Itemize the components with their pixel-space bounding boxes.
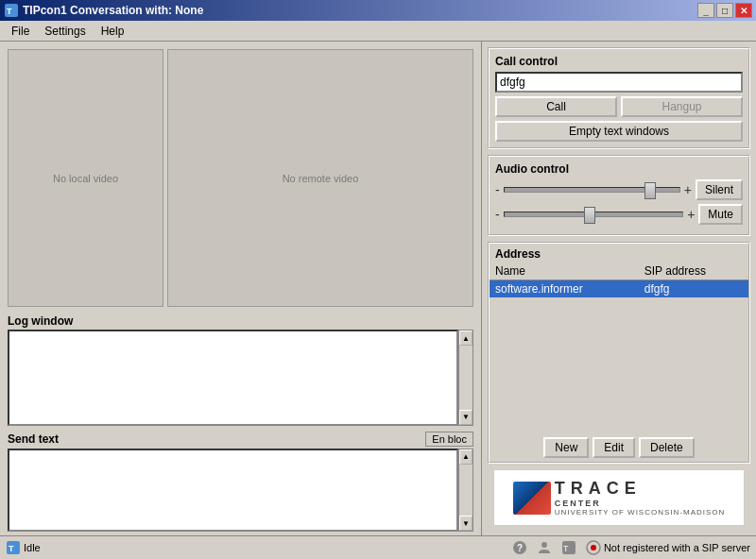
send-scroll-up[interactable]: ▲: [459, 449, 472, 465]
svg-point-6: [541, 542, 547, 548]
address-list: Name SIP address software.informer dfgfg: [490, 263, 748, 433]
address-sip: dfgfg: [639, 280, 748, 298]
main-window: T TIPcon1 Conversation with: None _ □ ✕ …: [0, 0, 756, 559]
col-name: Name: [490, 263, 639, 280]
local-video: No local video: [8, 49, 163, 307]
logo-center: CENTER: [555, 499, 726, 508]
send-section: Send text En bloc ▲ ▼: [0, 428, 481, 535]
volume-minus: -: [495, 182, 500, 197]
title-bar: T TIPcon1 Conversation with: None _ □ ✕: [0, 0, 756, 21]
maximize-button[interactable]: □: [716, 3, 733, 18]
en-bloc-button[interactable]: En bloc: [425, 432, 473, 447]
call-input[interactable]: [495, 72, 743, 93]
log-section: Log window ▲ ▼: [0, 311, 481, 428]
logo-graphic: TRACE CENTER UNIVERSITY OF WISCONSIN-MAD…: [513, 479, 726, 517]
connection-icon: T: [561, 540, 576, 555]
status-help[interactable]: ?: [512, 540, 527, 555]
logo-image: [513, 482, 551, 515]
delete-button[interactable]: Delete: [639, 437, 695, 458]
volume-plus: +: [684, 182, 692, 197]
title-buttons: _ □ ✕: [697, 3, 752, 18]
send-scroll-track: [459, 465, 472, 516]
log-scroll-track: [459, 346, 472, 410]
volume-slider-row: - + Silent: [495, 179, 743, 200]
address-section: Address Name SIP address software.inform…: [488, 242, 750, 464]
address-table: Name SIP address software.informer dfgfg: [490, 263, 748, 297]
menu-file[interactable]: File: [4, 23, 37, 40]
call-button[interactable]: Call: [495, 96, 617, 117]
app-icon: T: [4, 3, 19, 18]
log-area[interactable]: [8, 330, 458, 426]
help-icon: ?: [512, 540, 527, 555]
log-scroll-up[interactable]: ▲: [459, 330, 472, 346]
status-connection[interactable]: T: [561, 540, 576, 555]
svg-text:?: ?: [517, 543, 523, 553]
log-scroll-down[interactable]: ▼: [459, 410, 472, 425]
menu-settings[interactable]: Settings: [37, 23, 93, 40]
send-header: Send text En bloc: [8, 432, 473, 447]
address-row[interactable]: software.informer dfgfg: [490, 280, 748, 298]
send-scrollbar: ▲ ▼: [458, 449, 473, 532]
mic-minus: -: [495, 207, 500, 222]
logo-area: TRACE CENTER UNIVERSITY OF WISCONSIN-MAD…: [493, 469, 745, 526]
send-area[interactable]: [8, 449, 458, 532]
call-control-title: Call control: [495, 55, 743, 68]
menu-help[interactable]: Help: [94, 23, 132, 40]
mic-slider-track[interactable]: [504, 212, 683, 217]
logo-text-block: TRACE CENTER UNIVERSITY OF WISCONSIN-MAD…: [555, 479, 726, 517]
video-section: No local video No remote video: [0, 42, 481, 311]
col-sip: SIP address: [639, 263, 748, 280]
log-label: Log window: [8, 314, 473, 328]
audio-control-title: Audio control: [495, 162, 743, 176]
svg-text:T: T: [563, 544, 569, 553]
right-panel: Call control Call Hangup Empty text wind…: [482, 42, 756, 535]
status-bar: T Idle ? T: [0, 535, 756, 559]
logo-subtext: UNIVERSITY OF WISCONSIN-MADISON: [555, 508, 726, 517]
svg-text:T: T: [9, 544, 14, 553]
log-scrollbar: ▲ ▼: [458, 330, 473, 426]
svg-point-10: [591, 545, 596, 551]
address-name: software.informer: [490, 280, 639, 298]
call-buttons: Call Hangup: [495, 96, 743, 117]
status-network: Not registered with a SIP server: [586, 540, 750, 555]
title-text: TIPcon1 Conversation with: None: [23, 4, 203, 17]
status-idle: T Idle: [6, 540, 41, 555]
content-area: No local video No remote video Log windo…: [0, 42, 756, 535]
svg-text:T: T: [7, 7, 12, 16]
new-button[interactable]: New: [543, 437, 589, 458]
mic-plus: +: [687, 207, 695, 222]
network-icon: [586, 540, 601, 555]
menu-bar: File Settings Help: [0, 21, 756, 42]
call-control: Call control Call Hangup Empty text wind…: [488, 47, 750, 149]
remote-video: No remote video: [167, 49, 473, 307]
idle-icon: T: [6, 540, 21, 555]
mic-slider-row: - + Mute: [495, 204, 743, 225]
address-title: Address: [490, 244, 748, 263]
empty-text-windows-button[interactable]: Empty text windows: [495, 121, 743, 142]
send-wrapper: ▲ ▼: [8, 449, 473, 532]
mic-slider-thumb[interactable]: [584, 207, 595, 224]
log-wrapper: ▲ ▼: [8, 330, 473, 426]
send-label: Send text: [8, 432, 59, 446]
address-buttons: New Edit Delete: [490, 433, 748, 462]
logo-trace: TRACE: [555, 479, 726, 499]
audio-control: Audio control - + Silent - +: [488, 155, 750, 236]
volume-slider-track[interactable]: [504, 187, 680, 193]
close-button[interactable]: ✕: [735, 3, 752, 18]
status-user[interactable]: [537, 540, 552, 555]
title-left: T TIPcon1 Conversation with: None: [4, 3, 203, 18]
volume-slider-thumb[interactable]: [644, 182, 656, 199]
edit-button[interactable]: Edit: [593, 437, 635, 458]
silent-button[interactable]: Silent: [696, 179, 743, 200]
user-icon: [537, 540, 552, 555]
hangup-button[interactable]: Hangup: [621, 96, 743, 117]
left-panel: No local video No remote video Log windo…: [0, 42, 482, 535]
idle-text: Idle: [24, 542, 41, 553]
send-scroll-down[interactable]: ▼: [459, 516, 472, 531]
not-registered-text: Not registered with a SIP server: [604, 542, 750, 553]
minimize-button[interactable]: _: [697, 3, 714, 18]
mute-button[interactable]: Mute: [698, 204, 743, 225]
